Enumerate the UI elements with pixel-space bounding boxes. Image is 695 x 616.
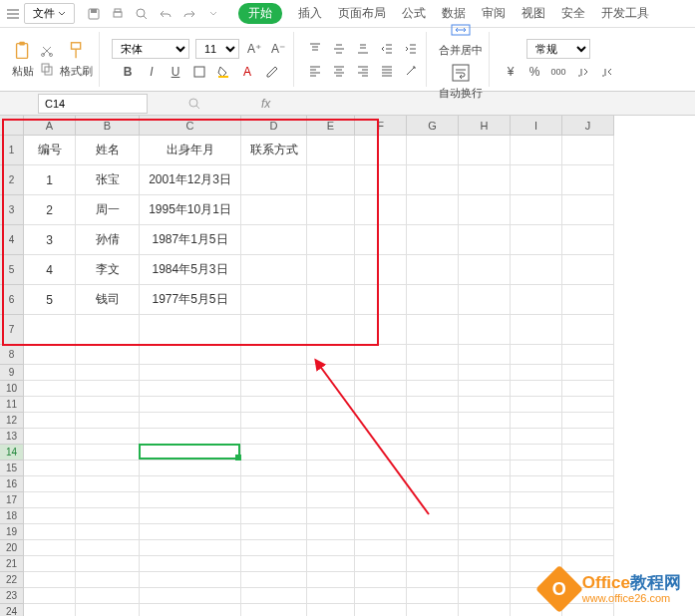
cell[interactable] [24,508,76,524]
cell[interactable] [562,429,614,445]
cell[interactable] [511,413,562,429]
cell[interactable] [140,604,241,616]
cell[interactable] [511,524,562,540]
cell[interactable] [140,315,241,345]
cell[interactable] [241,492,307,508]
col-header-A[interactable]: A [24,116,76,136]
cell[interactable] [562,540,614,556]
cell[interactable] [562,136,614,165]
cell[interactable] [241,397,307,413]
cell[interactable] [76,381,140,397]
col-header-F[interactable]: F [355,116,407,136]
cell[interactable] [76,508,140,524]
cell[interactable] [459,195,511,225]
cell[interactable] [140,588,241,604]
cell[interactable] [459,397,511,413]
cell[interactable] [562,381,614,397]
percent-button[interactable]: % [525,63,543,81]
col-header-G[interactable]: G [407,116,459,136]
cell[interactable] [562,285,614,315]
cell[interactable] [459,136,511,165]
select-all-corner[interactable] [0,116,24,136]
cell[interactable] [24,524,76,540]
cell[interactable] [307,556,355,572]
cell[interactable]: 周一 [76,195,140,225]
cell[interactable]: 编号 [24,136,76,165]
cell[interactable] [355,315,407,345]
formula-input[interactable] [276,94,695,114]
cell[interactable] [407,381,459,397]
row-header-10[interactable]: 10 [0,381,24,397]
cell[interactable] [307,588,355,604]
cell[interactable] [459,429,511,445]
cell[interactable] [407,345,459,365]
cell[interactable] [562,195,614,225]
cell[interactable] [459,556,511,572]
cell[interactable] [307,524,355,540]
cell[interactable]: 1 [24,165,76,195]
cell[interactable] [241,476,307,492]
cell[interactable] [562,255,614,285]
cell[interactable] [307,604,355,616]
cell[interactable] [307,225,355,255]
row-header-16[interactable]: 16 [0,476,24,492]
cell[interactable] [24,604,76,616]
cell[interactable] [355,540,407,556]
cell[interactable] [407,492,459,508]
increase-indent-icon[interactable] [402,40,420,58]
cell[interactable] [407,556,459,572]
cell[interactable] [459,524,511,540]
cell[interactable] [511,476,562,492]
cell[interactable] [241,315,307,345]
cell[interactable] [140,381,241,397]
cell[interactable] [241,540,307,556]
cell[interactable] [407,476,459,492]
tab-view[interactable]: 视图 [521,5,545,22]
row-header-6[interactable]: 6 [0,285,24,315]
fill-handle[interactable] [235,455,241,461]
row-header-14[interactable]: 14 [0,445,24,461]
cell[interactable] [307,572,355,588]
merge-center-button[interactable]: 合并居中 [439,19,483,58]
row-header-18[interactable]: 18 [0,508,24,524]
cell[interactable] [140,540,241,556]
decrease-decimal-icon[interactable] [597,63,615,81]
row-header-15[interactable]: 15 [0,461,24,476]
cell[interactable] [562,445,614,461]
cell[interactable] [562,492,614,508]
cell[interactable] [76,604,140,616]
underline-button[interactable]: U [167,63,184,81]
cell[interactable] [76,524,140,540]
cell[interactable] [241,381,307,397]
cell[interactable] [511,461,562,476]
cell[interactable] [140,461,241,476]
cell[interactable] [307,461,355,476]
preview-icon[interactable] [135,7,149,21]
cell[interactable] [307,345,355,365]
cell[interactable] [562,508,614,524]
cell[interactable] [459,413,511,429]
cell[interactable] [562,225,614,255]
cell[interactable] [307,492,355,508]
row-header-19[interactable]: 19 [0,524,24,540]
align-center-icon[interactable] [330,62,348,80]
cell[interactable] [511,381,562,397]
cell[interactable] [76,556,140,572]
cell[interactable] [241,365,307,381]
cell[interactable] [24,315,76,345]
cell[interactable] [562,476,614,492]
italic-button[interactable]: I [143,63,161,81]
tab-security[interactable]: 安全 [561,5,585,22]
cell[interactable] [355,165,407,195]
row-header-4[interactable]: 4 [0,225,24,255]
cell[interactable] [140,476,241,492]
cell[interactable] [407,195,459,225]
cell[interactable]: 姓名 [76,136,140,165]
cell[interactable] [407,572,459,588]
cell[interactable] [562,345,614,365]
cell[interactable] [241,556,307,572]
cell[interactable] [24,588,76,604]
cell[interactable] [562,524,614,540]
save-icon[interactable] [87,7,101,21]
row-header-22[interactable]: 22 [0,572,24,588]
